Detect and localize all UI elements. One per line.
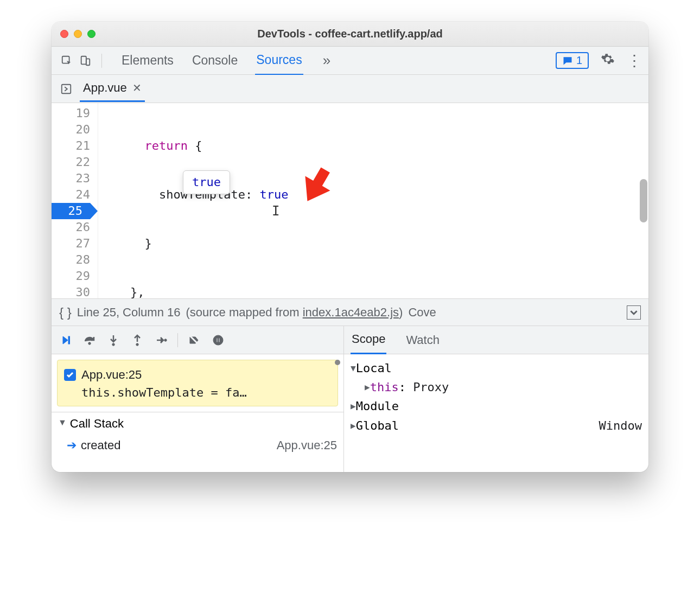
pause-on-exceptions-icon[interactable] [211,333,226,348]
scope-watch-tabs: Scope Watch [344,326,648,354]
debugger-bottom: App.vue:25 this.showTemplate = fa… ▼ Cal… [52,326,648,472]
source-mapped-link[interactable]: index.1ac4eab2.js [303,305,399,319]
svg-point-7 [136,343,138,345]
file-tab-app-vue[interactable]: App.vue ✕ [80,75,145,102]
file-tab-name: App.vue [83,81,127,95]
tab-console[interactable]: Console [191,47,239,74]
disclosure-triangle-icon: ▼ [58,418,67,428]
close-tab-icon[interactable]: ✕ [132,81,142,94]
line-number[interactable]: 22 [52,154,90,170]
annotation-arrow-icon [234,142,343,231]
devtools-window: DevTools - coffee-cart.netlify.app/ad El… [52,22,648,472]
line-number[interactable]: 28 [52,252,90,268]
svg-point-6 [112,343,114,345]
deactivate-breakpoints-icon[interactable] [187,333,202,348]
svg-rect-2 [86,59,90,65]
line-number[interactable]: 23 [52,170,90,187]
device-toolbar-icon[interactable] [78,53,93,68]
editor-tab-bar: App.vue ✕ [52,75,648,103]
line-number[interactable]: 21 [52,138,90,154]
settings-icon[interactable] [601,52,615,69]
breakpoint-location[interactable]: App.vue:25 [81,366,142,384]
vertical-scrollbar[interactable] [640,179,647,222]
line-number[interactable]: 19 [52,105,90,122]
stack-frame-location: App.vue:25 [277,438,337,452]
toolbar-separator [177,333,178,347]
svg-rect-4 [68,336,70,344]
debugger-left-pane: App.vue:25 this.showTemplate = fa… ▼ Cal… [52,326,344,472]
current-frame-icon: ➔ [67,438,77,452]
scope-tree: ▼Local ▶this: Proxy ▶Module ▶GlobalWindo… [344,354,648,439]
cursor-position: Line 25, Column 16 [77,305,181,320]
call-stack-frame[interactable]: ➔ created App.vue:25 [52,435,343,452]
toolbar-separator [101,54,102,68]
close-window-button[interactable] [60,30,68,38]
debugger-toolbar [52,326,343,354]
pretty-print-icon[interactable]: { } [59,305,72,320]
stack-frame-function: created [81,438,120,452]
line-number[interactable]: 26 [52,219,90,235]
tab-watch[interactable]: Watch [405,327,441,354]
traffic-lights [60,30,96,38]
step-over-icon[interactable] [82,333,97,348]
paused-breakpoint-card: App.vue:25 this.showTemplate = fa… [57,360,338,406]
chat-icon [562,55,573,66]
line-number[interactable]: 29 [52,268,90,284]
breakpoint-line-number[interactable]: 25 [52,203,90,219]
code-editor: 19 20 21 22 23 24 25 26 27 28 29 30 retu… [52,103,648,298]
debugger-right-pane: Scope Watch ▼Local ▶this: Proxy ▶Module … [344,326,648,472]
scope-this[interactable]: ▶this: Proxy [351,378,642,397]
svg-rect-1 [81,56,86,64]
line-number[interactable]: 20 [52,122,90,138]
navigator-toggle-icon[interactable] [58,81,74,97]
line-number[interactable]: 24 [52,187,90,203]
scope-local[interactable]: ▼Local [351,359,642,378]
line-number-gutter[interactable]: 19 20 21 22 23 24 25 26 27 28 29 30 [52,103,98,298]
scope-module[interactable]: ▶Module [351,397,642,416]
issues-button[interactable]: 1 [556,52,589,69]
breakpoint-snippet: this.showTemplate = fa… [64,384,331,401]
window-titlebar: DevTools - coffee-cart.netlify.app/ad [52,22,648,47]
call-stack-header[interactable]: ▼ Call Stack [52,412,343,435]
tab-elements[interactable]: Elements [120,47,175,74]
more-options-icon[interactable]: ⋮ [627,52,641,69]
tab-scope[interactable]: Scope [351,326,386,354]
more-tabs-icon[interactable]: » [320,52,334,69]
line-number[interactable]: 30 [52,284,90,298]
editor-status-bar: { } Line 25, Column 16 (source mapped fr… [52,298,648,326]
step-icon[interactable] [154,333,169,348]
status-dropdown-icon[interactable] [627,305,641,320]
scroll-thumb[interactable] [335,360,340,365]
line-number[interactable]: 27 [52,235,90,252]
coverage-label: Cove [408,305,436,320]
panel-tab-strip: Elements Console Sources » [120,46,549,75]
svg-point-9 [213,335,223,345]
resume-icon[interactable] [58,333,73,348]
panel-toolbar: Elements Console Sources » 1 ⋮ [52,47,648,75]
inspect-element-icon[interactable] [59,53,74,68]
svg-point-5 [88,342,91,344]
svg-rect-11 [219,338,220,342]
maximize-window-button[interactable] [87,30,96,38]
minimize-window-button[interactable] [74,30,82,38]
step-out-icon[interactable] [130,333,145,348]
svg-point-8 [164,339,167,341]
svg-rect-3 [62,84,71,93]
issues-count: 1 [576,54,582,67]
scope-global[interactable]: ▶GlobalWindow [351,416,642,435]
tab-sources[interactable]: Sources [255,46,303,75]
svg-rect-10 [217,338,218,342]
breakpoint-enabled-checkbox[interactable] [64,369,76,381]
step-into-icon[interactable] [106,333,121,348]
code-content[interactable]: return { showTemplate: true } }, cre { i… [98,103,648,298]
value-tooltip: true [183,170,230,194]
source-mapped-label: (source mapped from index.1ac4eab2.js) [186,305,403,320]
window-title: DevTools - coffee-cart.netlify.app/ad [52,28,648,40]
